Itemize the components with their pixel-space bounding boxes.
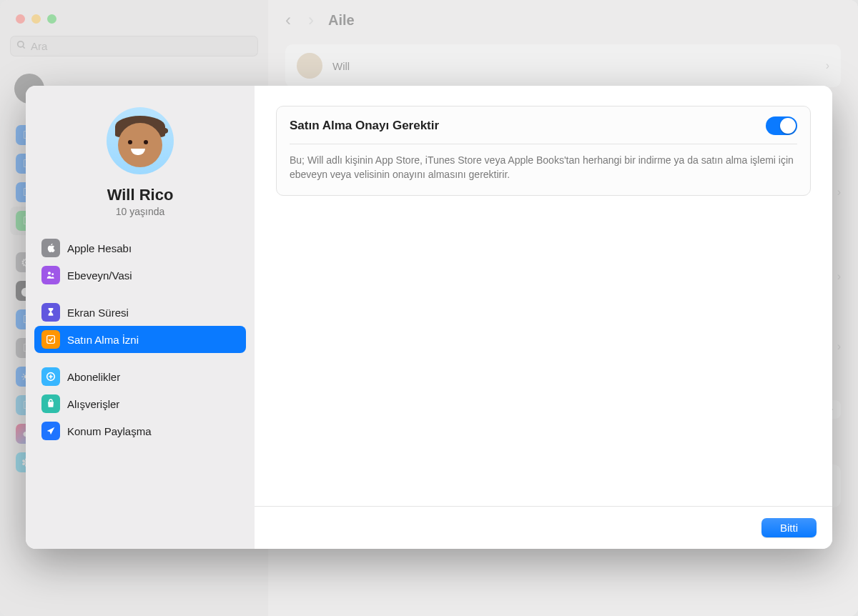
done-button[interactable]: Bitti (761, 518, 817, 537)
back-icon[interactable]: ‹ (285, 10, 291, 30)
plus-circle-icon (41, 367, 60, 386)
close-window-icon[interactable] (16, 14, 25, 24)
location-arrow-icon (41, 422, 60, 440)
toggle-knob-icon (780, 118, 796, 134)
svg-line-1 (23, 46, 25, 49)
sidebar-item-label: Ekran Süresi (67, 307, 129, 319)
minimize-window-icon[interactable] (31, 14, 41, 24)
svg-point-6 (51, 273, 54, 275)
parent-header: ‹ › Aile (285, 10, 841, 30)
sidebar-item-label: Konum Paylaşma (67, 425, 152, 437)
sidebar-item-label: Alışverişler (67, 398, 119, 410)
bag-icon (41, 394, 60, 413)
forward-icon: › (308, 10, 314, 30)
family-icon (41, 266, 60, 284)
memoji-icon (114, 114, 167, 167)
avatar (107, 107, 174, 174)
svg-point-5 (48, 272, 51, 274)
sidebar-item-label: Abonelikler (67, 371, 120, 383)
modal-nav-list: Apple Hesabı Ebeveyn/Vasi Ekran Süresi (26, 227, 255, 452)
sidebar-item-apple-account[interactable]: Apple Hesabı (34, 234, 246, 262)
card-description: Bu; Will adlı kişinin App Store, iTunes … (277, 144, 810, 195)
sidebar-item-screen-time[interactable]: Ekran Süresi (34, 299, 246, 326)
sidebar-item-purchases[interactable]: Alışverişler (34, 390, 246, 417)
search-placeholder: Ara (31, 40, 47, 52)
sidebar-item-label: Apple Hesabı (67, 242, 132, 254)
sidebar-item-subscriptions[interactable]: Abonelikler (34, 363, 246, 390)
card-title: Satın Alma Onayı Gerektir (290, 119, 439, 133)
profile-age: 10 yaşında (116, 206, 165, 217)
profile-header: Will Rico 10 yaşında (26, 107, 255, 227)
modal-sidebar: Will Rico 10 yaşında Apple Hesabı Ebevey… (26, 86, 255, 549)
sidebar-item-location-sharing[interactable]: Konum Paylaşma (34, 417, 246, 444)
ask-to-buy-card: Satın Alma Onayı Gerektir Bu; Will adlı … (276, 106, 811, 196)
require-approval-toggle[interactable] (766, 116, 797, 135)
sidebar-item-ask-to-buy[interactable]: Satın Alma İzni (34, 326, 246, 353)
sidebar-item-parent-guardian[interactable]: Ebeveyn/Vasi (34, 262, 246, 289)
modal-main: Satın Alma Onayı Gerektir Bu; Will adlı … (255, 86, 832, 549)
chevron-right-icon: › (826, 59, 829, 72)
avatar-icon (297, 53, 322, 79)
modal-footer: Bitti (255, 506, 832, 549)
window-controls (16, 14, 56, 24)
content-area: Satın Alma Onayı Gerektir Bu; Will adlı … (255, 86, 832, 506)
family-member-modal: Will Rico 10 yaşında Apple Hesabı Ebevey… (26, 86, 832, 549)
apple-icon (41, 239, 60, 257)
hourglass-icon (41, 303, 60, 322)
search-icon (16, 40, 26, 52)
sidebar-item-label: Satın Alma İzni (67, 334, 139, 346)
search-input[interactable]: Ara (10, 36, 258, 56)
family-member-row[interactable]: Will › (285, 44, 841, 87)
maximize-window-icon[interactable] (47, 14, 56, 24)
page-title: Aile (328, 12, 355, 29)
profile-name: Will Rico (107, 186, 174, 204)
svg-point-0 (18, 41, 24, 47)
sidebar-item-label: Ebeveyn/Vasi (67, 269, 132, 282)
checkbox-icon (41, 330, 60, 349)
member-name: Will (332, 60, 350, 72)
